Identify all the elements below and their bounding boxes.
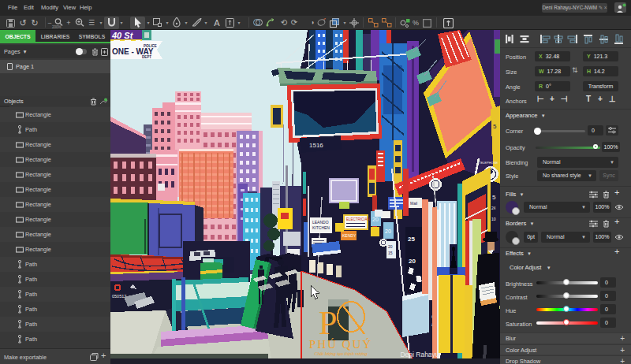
svg-text:TELEPHONE: TELEPHONE: [479, 161, 498, 165]
svg-text:20: 20: [372, 217, 379, 222]
svg-text:2¢: 2¢: [491, 206, 496, 210]
svg-text:10: 10: [491, 217, 496, 221]
svg-text:25: 25: [408, 236, 415, 243]
svg-text:PHÚ QUÝ: PHÚ QUÝ: [309, 338, 372, 351]
svg-text:20: 20: [388, 244, 393, 249]
svg-text:1516: 1516: [309, 142, 323, 149]
svg-text:KITCHEN: KITCHEN: [312, 225, 330, 230]
svg-text:20: 20: [409, 258, 416, 265]
svg-text:P: P: [319, 305, 337, 341]
svg-text:40 St: 40 St: [111, 31, 134, 40]
svg-text:Chất lượng tạo thịnh vượng: Chất lượng tạo thịnh vượng: [315, 351, 368, 356]
svg-text:DEPT: DEPT: [142, 55, 151, 59]
svg-text:LEANDO: LEANDO: [312, 220, 329, 225]
svg-text:Deni Rahayu: Deni Rahayu: [400, 351, 439, 358]
svg-text:20: 20: [385, 228, 391, 234]
svg-text:5: 5: [493, 123, 497, 130]
svg-text:Mail: Mail: [410, 201, 417, 206]
svg-text:KENDY: KENDY: [342, 233, 357, 238]
svg-text:15: 15: [388, 251, 393, 255]
svg-text:ELECTRICIAN: ELECTRICIAN: [346, 217, 370, 221]
svg-text:5: 5: [492, 194, 496, 201]
